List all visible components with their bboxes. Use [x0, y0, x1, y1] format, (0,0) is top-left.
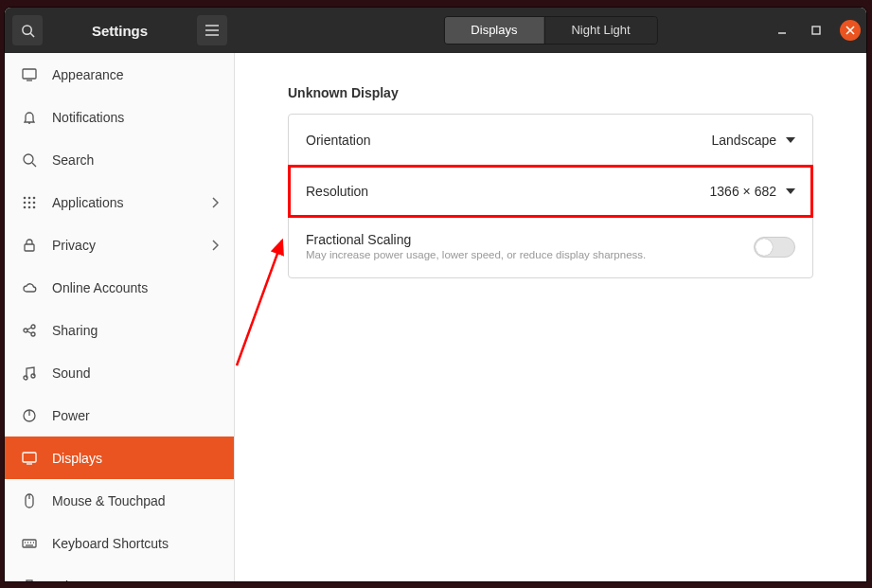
hamburger-icon — [205, 25, 219, 36]
settings-window: Settings Displays Night Light — [5, 8, 866, 581]
sidebar-item-label: Sound — [52, 365, 219, 381]
svg-point-29 — [24, 376, 27, 380]
sidebar-item-label: Online Accounts — [52, 280, 219, 295]
orientation-label: Orientation — [306, 133, 370, 148]
section-title: Unknown Display — [288, 85, 813, 100]
tab-night-light[interactable]: Night Light — [543, 17, 656, 44]
chevron-right-icon — [211, 197, 219, 208]
keyboard-icon — [20, 534, 39, 553]
lock-icon — [20, 236, 39, 255]
headerbar-left: Settings — [5, 8, 235, 53]
chevron-right-icon — [211, 240, 219, 251]
sidebar-item-label: Appearance — [52, 67, 219, 82]
appearance-icon — [20, 65, 39, 84]
svg-point-26 — [31, 332, 35, 336]
sidebar-item-privacy[interactable]: Privacy — [5, 223, 234, 266]
display-icon — [20, 449, 39, 468]
music-icon — [20, 364, 39, 383]
svg-point-14 — [24, 196, 27, 199]
svg-rect-9 — [23, 69, 36, 79]
svg-point-25 — [31, 325, 35, 329]
search-icon — [20, 151, 39, 169]
close-icon — [845, 26, 855, 35]
resolution-label: Resolution — [306, 184, 368, 199]
sidebar-item-label: Power — [52, 408, 219, 423]
minimize-icon — [777, 26, 787, 35]
svg-point-22 — [33, 205, 36, 208]
maximize-button[interactable] — [806, 20, 827, 41]
minimize-button[interactable] — [772, 20, 792, 41]
resolution-row[interactable]: Resolution 1366 × 682 — [289, 166, 812, 217]
content-area: Unknown Display Orientation Landscape Re… — [235, 53, 866, 581]
sidebar-item-label: Sharing — [52, 323, 219, 338]
dropdown-icon — [786, 137, 795, 143]
search-icon — [21, 24, 35, 38]
maximize-icon — [811, 26, 821, 35]
fractional-scaling-row: Fractional Scaling May increase power us… — [289, 217, 812, 277]
resolution-value: 1366 × 682 — [710, 184, 795, 199]
search-button[interactable] — [12, 15, 43, 45]
svg-line-46 — [237, 241, 282, 365]
sidebar-item-label: Displays — [52, 451, 219, 466]
sidebar-item-notifications[interactable]: Notifications — [5, 96, 234, 138]
sidebar-item-appearance[interactable]: Appearance — [5, 53, 234, 96]
svg-point-21 — [28, 205, 31, 208]
sidebar-item-label: Keyboard Shortcuts — [52, 536, 219, 551]
grid-icon — [20, 193, 39, 212]
dropdown-icon — [786, 188, 795, 194]
headerbar-right: Displays Night Light — [235, 8, 866, 53]
svg-point-24 — [24, 329, 27, 332]
close-button[interactable] — [840, 20, 861, 41]
fractional-scaling-switch[interactable] — [754, 237, 795, 258]
app-title: Settings — [43, 23, 197, 39]
svg-point-30 — [31, 374, 35, 378]
svg-rect-6 — [812, 27, 820, 34]
view-switcher: Displays Night Light — [443, 16, 657, 45]
fractional-scaling-sub: May increase power usage, lower speed, o… — [306, 249, 646, 262]
sidebar-item-displays[interactable]: Displays — [5, 437, 234, 479]
sidebar-item-label: Notifications — [52, 110, 219, 125]
sidebar-item-label: Search — [52, 152, 219, 168]
orientation-row[interactable]: Orientation Landscape — [289, 115, 812, 166]
sidebar-item-sound[interactable]: Sound — [5, 351, 234, 394]
svg-point-18 — [28, 201, 31, 204]
svg-point-0 — [22, 25, 30, 33]
display-settings-list: Orientation Landscape Resolution 1366 × … — [288, 114, 813, 278]
cloud-icon — [20, 278, 39, 297]
tab-displays[interactable]: Displays — [444, 17, 543, 44]
hamburger-button[interactable] — [197, 15, 227, 45]
sidebar-item-label: Privacy — [52, 238, 211, 253]
sidebar-item-label: Applications — [52, 195, 211, 210]
sidebar-item-power[interactable]: Power — [5, 394, 234, 437]
svg-point-20 — [24, 205, 27, 208]
bell-icon — [20, 108, 39, 127]
svg-rect-23 — [25, 244, 34, 251]
sidebar-item-online-accounts[interactable]: Online Accounts — [5, 266, 234, 309]
svg-point-16 — [33, 196, 36, 199]
svg-rect-37 — [23, 540, 36, 547]
sidebar-item-label: Mouse & Touchpad — [52, 493, 219, 508]
power-icon — [20, 406, 39, 425]
sidebar[interactable]: Appearance Notifications Search Applicat… — [5, 53, 235, 581]
printer-icon — [20, 577, 39, 582]
sidebar-item-printers[interactable]: Printers — [5, 564, 234, 581]
svg-line-27 — [27, 328, 31, 330]
share-icon — [20, 321, 39, 340]
svg-line-28 — [27, 331, 31, 333]
svg-line-1 — [30, 33, 34, 37]
sidebar-item-label: Printers — [52, 579, 219, 582]
headerbar: Settings Displays Night Light — [5, 8, 866, 53]
fractional-scaling-label: Fractional Scaling — [306, 232, 646, 247]
sidebar-item-sharing[interactable]: Sharing — [5, 309, 234, 351]
svg-point-17 — [24, 201, 27, 204]
sidebar-item-applications[interactable]: Applications — [5, 181, 234, 223]
svg-rect-33 — [23, 453, 36, 462]
svg-line-13 — [32, 163, 36, 167]
window-controls — [772, 20, 861, 41]
svg-point-15 — [28, 196, 31, 199]
sidebar-item-keyboard-shortcuts[interactable]: Keyboard Shortcuts — [5, 522, 234, 564]
mouse-icon — [20, 491, 39, 510]
sidebar-item-mouse-touchpad[interactable]: Mouse & Touchpad — [5, 479, 234, 522]
sidebar-item-search[interactable]: Search — [5, 138, 234, 181]
svg-point-19 — [33, 201, 36, 204]
